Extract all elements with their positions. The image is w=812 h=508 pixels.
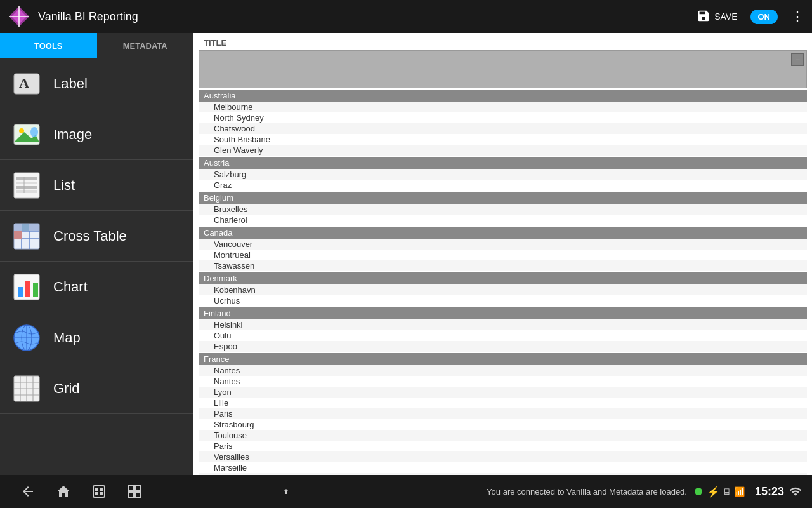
wifi-signal	[789, 485, 802, 498]
svg-point-9	[30, 127, 38, 137]
screenshot-button[interactable]	[117, 475, 152, 508]
list-item[interactable]: Marseille	[199, 462, 807, 473]
recents-button[interactable]	[81, 475, 117, 508]
list-item[interactable]: Helsinki	[199, 319, 807, 330]
signal-icon: 📶	[734, 486, 745, 497]
home-button[interactable]	[46, 475, 81, 508]
country-group: CanadaVancouverMontruealTsawassen	[199, 227, 807, 271]
report-canvas: TITLE − AustraliaMelbourneNorth SydneyCh…	[193, 33, 812, 475]
country-header: Denmark	[199, 272, 807, 284]
sidebar-item-map[interactable]: Map	[0, 312, 193, 363]
clock: 15:23	[755, 485, 784, 498]
list-item[interactable]: Graz	[199, 180, 807, 190]
svg-rect-23	[22, 224, 29, 231]
country-header: Canada	[199, 227, 807, 239]
list-item[interactable]: Salzburg	[199, 169, 807, 180]
list-item[interactable]: Paris	[199, 408, 807, 419]
svg-rect-47	[129, 492, 134, 497]
collapse-button[interactable]: −	[791, 53, 804, 66]
sidebar-tabs: TOOLS METADATA	[0, 33, 193, 58]
svg-rect-28	[33, 283, 38, 297]
svg-point-7	[19, 128, 24, 133]
list-item[interactable]: Montrueal	[199, 250, 807, 260]
svg-rect-27	[25, 281, 30, 297]
grid-icon	[10, 372, 43, 405]
save-label: SAVE	[714, 11, 737, 22]
svg-rect-24	[29, 224, 39, 231]
svg-rect-40	[93, 486, 105, 497]
status-bar: You are connected to Vanilla and Metadat…	[0, 475, 812, 508]
list-item[interactable]: Kobenhavn	[199, 284, 807, 295]
list-item[interactable]: Charleroi	[199, 215, 807, 225]
usb-icon: ⚡	[707, 486, 720, 498]
list-item[interactable]: Nantes	[199, 365, 807, 376]
list-item[interactable]: North Sydney	[199, 112, 807, 123]
save-button[interactable]: SAVE	[697, 9, 737, 25]
content-area: TITLE − AustraliaMelbourneNorth SydneyCh…	[193, 33, 812, 475]
svg-rect-12	[16, 182, 37, 184]
sidebar-item-crosstable[interactable]: Cross Table	[0, 211, 193, 262]
sidebar-item-crosstable-text: Cross Table	[53, 228, 127, 244]
list-item[interactable]: Melbourne	[199, 102, 807, 112]
list-item[interactable]: Lille	[199, 398, 807, 408]
system-status-icons: ⚡ 🖥 📶	[707, 486, 745, 498]
sidebar-item-image-text: Image	[53, 126, 92, 143]
list-item[interactable]: Versailles	[199, 451, 807, 462]
country-group: FranceNantesNantesLyonLilleParisStrasbou…	[199, 353, 807, 475]
list-item[interactable]: Oulu	[199, 330, 807, 341]
sidebar-item-grid[interactable]: Grid	[0, 363, 193, 414]
list-item[interactable]: Ucrhus	[199, 295, 807, 306]
list-item[interactable]: Toulouse	[199, 430, 807, 441]
list-item[interactable]: Vancouver	[199, 239, 807, 250]
list-item[interactable]: Chatswood	[199, 123, 807, 134]
report-header-box: −	[199, 50, 807, 88]
tab-metadata[interactable]: METADATA	[97, 33, 194, 58]
country-header: Austria	[199, 157, 807, 169]
country-group: DenmarkKobenhavnUcrhus	[199, 272, 807, 306]
sidebar: TOOLS METADATA A Label	[0, 33, 193, 475]
status-message: You are connected to Vanilla and Metadat…	[419, 487, 691, 497]
svg-rect-22	[14, 231, 22, 239]
list-item[interactable]: Nantes	[199, 376, 807, 387]
list-item[interactable]: Bruxelles	[199, 204, 807, 215]
list-item[interactable]: Reims	[199, 473, 807, 475]
svg-rect-26	[18, 287, 23, 297]
sidebar-item-label[interactable]: A Label	[0, 58, 193, 109]
svg-rect-11	[16, 177, 37, 180]
svg-rect-43	[95, 492, 98, 495]
svg-rect-21	[14, 224, 22, 231]
sidebar-item-grid-text: Grid	[53, 380, 80, 397]
country-header: Belgium	[199, 192, 807, 204]
country-group: BelgiumBruxellesCharleroi	[199, 192, 807, 225]
list-item[interactable]: Tsawassen	[199, 260, 807, 271]
connected-indicator	[695, 488, 702, 495]
list-item[interactable]: Strasbourg	[199, 419, 807, 430]
toggle-on[interactable]: ON	[750, 10, 778, 24]
sidebar-items: A Label Image	[0, 58, 193, 475]
list-item[interactable]: Paris	[199, 441, 807, 451]
sidebar-item-list[interactable]: List	[0, 160, 193, 211]
notification-icon: 🖥	[723, 486, 731, 497]
list-item[interactable]: Glen Waverly	[199, 145, 807, 156]
sidebar-item-map-text: Map	[53, 330, 81, 346]
sidebar-item-list-text: List	[53, 177, 75, 194]
list-item[interactable]: Espoo	[199, 341, 807, 352]
svg-rect-14	[16, 190, 37, 193]
image-icon	[10, 118, 43, 151]
tab-tools[interactable]: TOOLS	[0, 33, 97, 58]
country-header: Finland	[199, 307, 807, 319]
svg-rect-44	[100, 492, 103, 495]
data-list: AustraliaMelbourneNorth SydneyChatswoodS…	[193, 90, 812, 475]
sidebar-item-image[interactable]: Image	[0, 109, 193, 160]
app-logo	[8, 5, 30, 28]
list-item[interactable]: South Brisbane	[199, 134, 807, 145]
back-button[interactable]	[10, 475, 46, 508]
map-icon	[10, 321, 43, 354]
chart-icon	[10, 271, 43, 304]
sidebar-item-label-text: Label	[53, 76, 88, 92]
svg-rect-46	[135, 486, 140, 491]
list-item[interactable]: Lyon	[199, 387, 807, 398]
sidebar-item-chart-text: Chart	[53, 279, 88, 295]
sidebar-item-chart[interactable]: Chart	[0, 262, 193, 312]
more-options-icon[interactable]: ⋮	[790, 8, 804, 25]
